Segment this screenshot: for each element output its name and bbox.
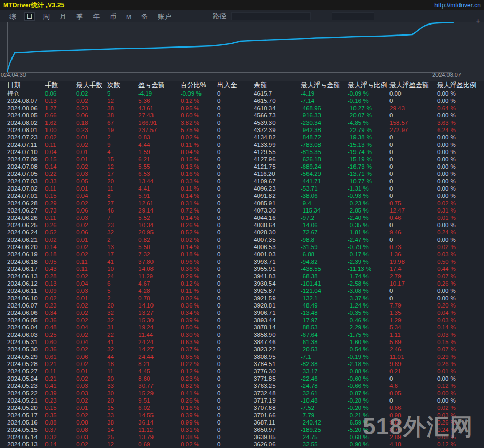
menu-item-8[interactable]: 备 [139, 13, 150, 20]
table-row[interactable]: 2024.07.080.140.02125.550.13 %04121.75-6… [7, 163, 484, 170]
cell-9: -2.29 % [348, 324, 389, 331]
column-header-10[interactable]: 最大浮盈金额 [389, 81, 437, 90]
column-header-9[interactable]: 最大浮亏比例 [348, 81, 389, 90]
column-header-3[interactable]: 次数 [107, 81, 138, 90]
table-row[interactable]: 2024.06.250.260.022310.340.26 %04038.64-… [7, 221, 484, 229]
table-row[interactable]: 2024.07.010.150.0485.910.14 %04091.82-38… [7, 192, 484, 199]
table-row[interactable]: 2024.08.061.270.233843.610.95 %04610.34-… [7, 104, 484, 112]
table-row[interactable]: 2024.05.310.600.044124.240.63 %03847.46-… [7, 338, 484, 346]
menu-item-6[interactable]: 币 [108, 13, 119, 20]
column-header-4[interactable]: 盈亏金额 [138, 81, 181, 90]
table-row[interactable]: 2024.06.280.290.022712.610.31 %04085.91-… [7, 199, 484, 207]
column-header-2[interactable]: 最大手数 [76, 81, 107, 90]
menu-item-9[interactable]: 账户 [156, 13, 173, 20]
cell-8: -689.24 [301, 163, 348, 170]
cell-4: 4.45 [138, 368, 181, 375]
table-row[interactable]: 2024.05.240.210.02208.600.23 %03771.85-2… [7, 375, 484, 382]
table-row[interactable]: 2024.07.100.040.0141.590.04 %04129.55-81… [7, 148, 484, 156]
table-row[interactable]: 2024.06.050.360.023215.300.39 %03893.44-… [7, 316, 484, 324]
table-row[interactable]: 2024.07.230.020.0120.830.02 %04134.82-84… [7, 134, 484, 141]
table-row[interactable]: 2024.06.180.950.114137.800.96 %03993.71-… [7, 258, 484, 265]
cell-4: 20.95 [138, 229, 181, 236]
table-row[interactable]: 2024.05.160.880.083836.140.99 %03687.11-… [7, 419, 484, 426]
table-row[interactable]: 2024.07.110.110.0294.440.11 %04133.99-78… [7, 141, 484, 148]
table-row[interactable]: 持仓0.060.025-4.19-0.09 %04615.7-4.19-0.09… [7, 90, 484, 97]
cell-1: 0.43 [45, 265, 76, 273]
table-row[interactable]: 2024.05.300.360.023214.270.37 %03823.22-… [7, 346, 484, 353]
table-row[interactable]: 2024.06.110.090.0354.280.11 %03925.87-12… [7, 287, 484, 294]
table-row[interactable]: 2024.06.170.430.111014.080.36 %03955.91-… [7, 265, 484, 273]
column-header-1[interactable]: 手数 [45, 81, 76, 90]
table-row[interactable]: 2024.06.200.140.02135.500.14 %04006.53-3… [7, 243, 484, 251]
table-row[interactable]: 2024.06.130.280.022411.290.29 %03941.83-… [7, 273, 484, 280]
cell-11: 0.00 % [437, 163, 484, 170]
menu-item-0[interactable]: 综 [7, 13, 18, 20]
cell-5: 0.52 % [181, 229, 217, 236]
table-row[interactable]: 2024.05.270.110.01114.450.12 %03776.30-3… [7, 368, 484, 375]
table-row[interactable]: 2024.05.210.230.02209.510.26 %03717.19-1… [7, 397, 484, 404]
column-header-8[interactable]: 最大浮亏金额 [301, 81, 348, 90]
table-row[interactable]: 2024.06.040.480.043119.240.50 %03878.14-… [7, 324, 484, 331]
column-header-11[interactable]: 最大浮盈比例 [437, 81, 484, 90]
table-row[interactable]: 2024.06.030.250.022211.440.30 %03858.90-… [7, 331, 484, 338]
column-header-5[interactable]: 百分比% [181, 81, 217, 90]
menu-item-4[interactable]: 季 [74, 13, 85, 20]
table-row[interactable]: 2024.05.290.610.064424.440.65 %03808.95-… [7, 353, 484, 360]
cell-3: 11 [107, 368, 138, 375]
table-row[interactable]: 2024.08.011.000.2319237.575.75 %04372.39… [7, 126, 484, 134]
menu-item-2[interactable]: 周 [41, 13, 52, 20]
table-row[interactable]: 2024.05.280.210.02188.210.22 %03784.51-8… [7, 360, 484, 368]
menu-item-5[interactable]: 年 [91, 13, 102, 20]
cell-3: 18 [107, 360, 138, 368]
table-row[interactable]: 2024.05.170.350.023314.550.39 %03701.66-… [7, 411, 484, 419]
cell-7: 4091.82 [254, 192, 301, 199]
table-row[interactable]: 2024.05.200.150.01156.020.16 %03707.68-7… [7, 404, 484, 411]
column-header-0[interactable]: 日期 [7, 81, 45, 90]
table-row[interactable]: 2024.06.240.520.063220.950.52 %04028.30-… [7, 229, 484, 236]
table-row[interactable]: 2024.06.270.730.064629.140.72 %04073.30-… [7, 207, 484, 214]
cell-7: 3993.71 [254, 258, 301, 265]
menu-item-1[interactable]: 日 [24, 12, 35, 21]
cell-10: 0.73 [389, 243, 437, 251]
table-row[interactable]: 2024.06.260.110.0375.520.14 %04044.16-97… [7, 214, 484, 221]
table-row[interactable]: 2024.06.070.230.022014.100.36 %03920.81-… [7, 302, 484, 309]
cell-0: 2024.07.11 [7, 141, 45, 148]
cell-5: 0.60 % [181, 112, 217, 119]
menu-item-7[interactable]: M [124, 14, 133, 20]
table-row[interactable]: 2024.08.050.660.063827.430.60 %04566.73-… [7, 112, 484, 119]
table-row[interactable]: 2024.07.050.220.03176.530.16 %04116.20-5… [7, 170, 484, 178]
table-row[interactable]: 2024.06.120.130.0464.670.12 %03930.54-10… [7, 280, 484, 287]
table-row[interactable]: 2024.06.210.020.0120.820.02 %04007.35-98… [7, 236, 484, 243]
path-input-secondary[interactable] [332, 12, 374, 20]
table-row[interactable]: 2024.08.070.130.02125.360.12 %04615.70-7… [7, 97, 484, 104]
table-row[interactable]: 2024.05.230.410.033330.770.82 %03763.25-… [7, 382, 484, 390]
cell-6: 0 [217, 346, 254, 353]
cell-9: -10.77 % [348, 178, 389, 185]
table-row[interactable]: 2024.05.220.390.033015.290.41 %03732.48-… [7, 390, 484, 397]
cell-6: 0 [217, 360, 254, 368]
cell-5: 0.02 % [181, 134, 217, 141]
path-input[interactable] [231, 12, 311, 20]
cell-0: 2024.05.17 [7, 411, 45, 419]
table-row[interactable]: 2024.08.021.620.1867166.913.82 %04539.30… [7, 119, 484, 126]
cell-4: 0.69 [138, 441, 181, 448]
table-row[interactable]: 2024.06.100.020.0120.780.02 %03921.59-13… [7, 294, 484, 302]
cell-5: 0.16 % [181, 170, 217, 178]
table-row[interactable]: 2024.05.140.320.032513.790.38 %03639.85-… [7, 433, 484, 441]
table-row[interactable]: 2024.05.150.370.081411.120.31 %03650.97-… [7, 426, 484, 433]
menu-item-3[interactable]: 月 [57, 13, 68, 20]
cell-2: 0.23 [76, 126, 107, 134]
table-row[interactable]: 2024.07.020.110.01114.410.11 %04096.23-5… [7, 185, 484, 192]
table-row[interactable]: 2024.07.030.330.052013.440.33 %04109.67-… [7, 178, 484, 185]
cell-3: 20 [107, 375, 138, 382]
cell-11: 0.00 % [437, 156, 484, 163]
table-row[interactable]: 2024.05.130.140.02120.690.02 %03626.06-3… [7, 441, 484, 448]
equity-line [7, 22, 453, 72]
site-link[interactable]: http://mtdriver.cn [434, 2, 481, 9]
column-header-7[interactable]: 余额 [254, 81, 301, 90]
table-row[interactable]: 2024.07.090.150.01156.210.15 %04127.96-6… [7, 156, 484, 163]
cell-10: 8.75 [389, 426, 437, 433]
column-header-6[interactable]: 出入金 [217, 81, 254, 90]
table-row[interactable]: 2024.06.190.180.02177.320.18 %04001.03-6… [7, 251, 484, 258]
table-row[interactable]: 2024.06.060.340.023213.270.34 %03906.71-… [7, 309, 484, 316]
